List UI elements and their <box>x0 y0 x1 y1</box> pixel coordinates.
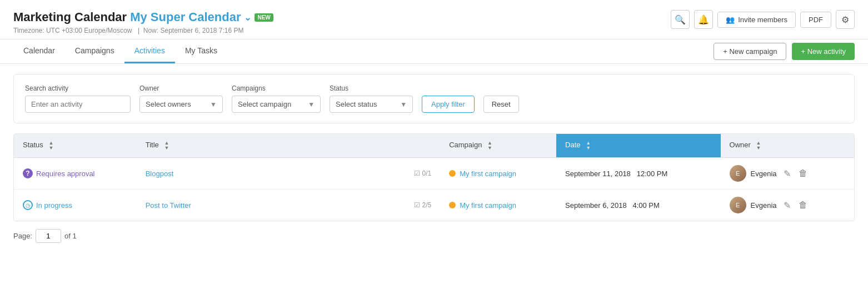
new-activity-button[interactable]: + New activity <box>792 43 855 60</box>
row-actions: ✎ 🗑 <box>781 167 810 180</box>
task-count: ☑ 2/5 <box>414 201 431 209</box>
invite-label: Invite members <box>738 16 787 24</box>
date-text: September 6, 2018 4:00 PM <box>565 201 660 210</box>
owner-name: Evgenia <box>751 170 777 178</box>
settings-button[interactable]: ⚙ <box>836 10 855 29</box>
activity-title-link[interactable]: Post to Twitter <box>146 201 191 210</box>
tab-my-tasks[interactable]: My Tasks <box>175 39 227 63</box>
campaigns-label: Campaigns <box>232 84 321 92</box>
edit-button[interactable]: ✎ <box>781 199 793 212</box>
owner-select[interactable]: Select owners ▼ <box>139 96 223 113</box>
sort-arrows-title: ▲▼ <box>164 141 169 151</box>
sort-arrows-campaign: ▲▼ <box>487 141 492 151</box>
new-campaign-button[interactable]: + New campaign <box>714 43 786 60</box>
people-icon: 👥 <box>726 16 735 24</box>
filter-bar: Search activity Owner Select owners ▼ Ca… <box>13 74 855 123</box>
sort-arrows-status: ▲▼ <box>48 141 53 151</box>
table-row: ◷ In progress Post to Twitter ☑ 2/5 My f… <box>14 190 854 221</box>
total-pages: of 1 <box>64 232 77 240</box>
avatar-initials: E <box>736 170 740 177</box>
col-status[interactable]: Status ▲▼ <box>14 134 137 158</box>
nav-tabs-bar: Calendar Campaigns Activities My Tasks +… <box>0 39 868 64</box>
status-select[interactable]: Select status ▼ <box>330 96 413 113</box>
owner-filter-group: Owner Select owners ▼ <box>139 84 223 113</box>
date-cell: September 11, 2018 12:00 PM <box>556 158 721 190</box>
campaign-info: My first campaign <box>449 201 547 210</box>
header-actions: 🔍 🔔 👥 Invite members PDF ⚙ <box>671 10 855 29</box>
page-label: Page: <box>13 232 32 240</box>
owner-name: Evgenia <box>751 201 777 210</box>
avatar: E <box>730 197 746 213</box>
chevron-down-icon[interactable]: ⌄ <box>244 12 251 23</box>
pdf-button[interactable]: PDF <box>800 12 831 28</box>
owner-info: E Evgenia ✎ 🗑 <box>730 165 845 182</box>
col-date[interactable]: Date ▲▼ <box>556 134 721 158</box>
owner-chevron-icon: ▼ <box>210 101 217 108</box>
delete-button[interactable]: 🗑 <box>796 199 810 211</box>
row-actions: ✎ 🗑 <box>781 199 810 212</box>
avatar-initials: E <box>736 202 740 208</box>
timezone-text: Timezone: UTC +03:00 Europe/Moscow <box>13 27 132 34</box>
sort-arrows-date: ▲▼ <box>586 141 591 151</box>
status-chevron-icon: ▼ <box>400 101 407 108</box>
campaigns-filter-group: Campaigns Select campaign ▼ <box>232 84 321 113</box>
activities-table: Status ▲▼ Title ▲▼ Campaign ▲▼ Date ▲▼ O… <box>13 133 855 221</box>
status-label: Requires approval <box>36 170 95 178</box>
status-badge: ? Requires approval <box>23 168 128 178</box>
tab-calendar[interactable]: Calendar <box>13 39 65 63</box>
page-header: Marketing Calendar My Super Calendar ⌄ N… <box>0 0 868 39</box>
search-filter-group: Search activity <box>25 84 131 113</box>
activity-title-link[interactable]: Blogpost <box>146 170 174 178</box>
campaigns-chevron-icon: ▼ <box>308 101 315 108</box>
in-progress-icon: ◷ <box>23 200 33 210</box>
header-left: Marketing Calendar My Super Calendar ⌄ N… <box>13 10 273 34</box>
col-owner[interactable]: Owner ▲▼ <box>721 134 854 158</box>
delete-button[interactable]: 🗑 <box>796 167 810 180</box>
campaign-link[interactable]: My first campaign <box>460 170 516 178</box>
sort-arrows-owner: ▲▼ <box>756 141 761 151</box>
campaigns-select[interactable]: Select campaign ▼ <box>232 96 321 113</box>
status-cell: ? Requires approval <box>14 158 137 190</box>
calendar-name: My Super Calendar <box>130 10 241 24</box>
app-name: Marketing Calendar <box>13 10 127 24</box>
subtitle: Timezone: UTC +03:00 Europe/Moscow | Now… <box>13 27 273 34</box>
owner-cell: E Evgenia ✎ 🗑 <box>721 190 854 221</box>
tab-activities[interactable]: Activities <box>124 39 175 63</box>
status-cell: ◷ In progress <box>14 190 137 221</box>
status-select-text: Select status <box>336 100 377 108</box>
campaign-dot-icon <box>449 170 456 177</box>
now-text: Now: September 6, 2018 7:16 PM <box>143 27 244 34</box>
table-row: ? Requires approval Blogpost ☑ 0/1 My fi… <box>14 158 854 190</box>
owner-label: Owner <box>139 84 223 92</box>
tabs-group: Calendar Campaigns Activities My Tasks <box>13 39 227 63</box>
tab-campaigns[interactable]: Campaigns <box>65 39 124 63</box>
invite-members-button[interactable]: 👥 Invite members <box>717 12 796 28</box>
date-cell: September 6, 2018 4:00 PM <box>556 190 721 221</box>
col-campaign[interactable]: Campaign ▲▼ <box>440 134 556 158</box>
pagination: Page: of 1 <box>0 221 868 251</box>
tab-actions: + New campaign + New activity <box>714 43 855 60</box>
campaign-info: My first campaign <box>449 170 547 178</box>
app-title: Marketing Calendar My Super Calendar ⌄ N… <box>13 10 273 24</box>
title-cell: Blogpost ☑ 0/1 <box>137 158 441 190</box>
search-button[interactable]: 🔍 <box>671 10 690 29</box>
campaign-dot-icon <box>449 202 456 208</box>
page-input[interactable] <box>36 229 61 243</box>
col-title[interactable]: Title ▲▼ <box>137 134 441 158</box>
apply-filter-button[interactable]: Apply filter <box>422 96 475 113</box>
search-input[interactable] <box>25 96 131 113</box>
search-label: Search activity <box>25 84 131 92</box>
status-label: In progress <box>36 201 72 210</box>
reset-filter-button[interactable]: Reset <box>483 96 519 113</box>
task-count: ☑ 0/1 <box>414 170 431 177</box>
edit-button[interactable]: ✎ <box>781 167 793 180</box>
campaign-cell: My first campaign <box>440 158 556 190</box>
table-header-row: Status ▲▼ Title ▲▼ Campaign ▲▼ Date ▲▼ O… <box>14 134 854 158</box>
notifications-button[interactable]: 🔔 <box>694 10 713 29</box>
status-filter-group: Status Select status ▼ <box>330 84 413 113</box>
campaign-link[interactable]: My first campaign <box>460 201 516 210</box>
new-badge: NEW <box>255 13 273 22</box>
status-label: Status <box>330 84 413 92</box>
owner-info: E Evgenia ✎ 🗑 <box>730 197 845 213</box>
title-cell: Post to Twitter ☑ 2/5 <box>137 190 441 221</box>
